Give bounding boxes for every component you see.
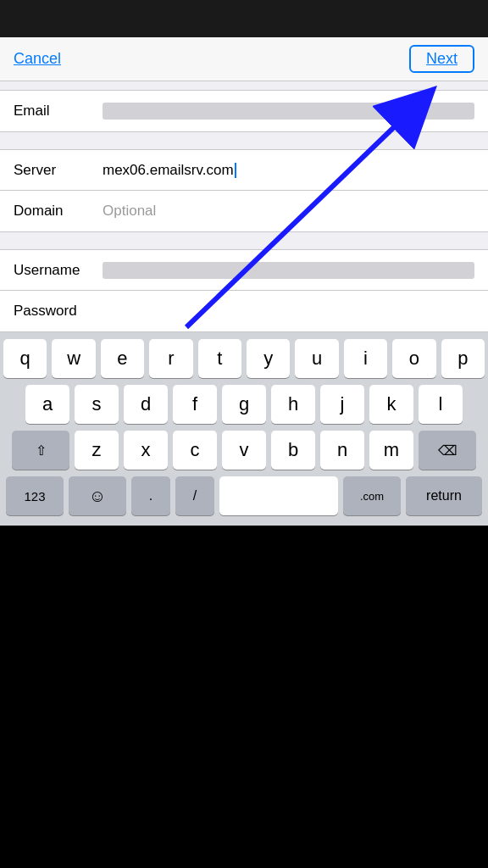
server-row: Server mex06.emailsrv.com (0, 150, 488, 191)
keyboard: q w e r t y u i o p a s d f g h j k l ⇧ … (0, 332, 488, 526)
key-i[interactable]: i (344, 339, 387, 378)
email-group: Email (0, 90, 488, 132)
key-k[interactable]: k (369, 385, 413, 424)
form-section: Email Server mex06.emailsrv.com Domain O… (0, 81, 488, 332)
cancel-button[interactable]: Cancel (14, 50, 61, 68)
keyboard-row-2: a s d f g h j k l (3, 385, 485, 424)
dotcom-key[interactable]: .com (343, 476, 401, 515)
password-row: Password (0, 291, 488, 331)
key-v[interactable]: v (222, 431, 266, 470)
space-key[interactable] (219, 476, 338, 515)
slash-key[interactable]: / (175, 476, 214, 515)
emoji-key[interactable]: ☺ (69, 476, 126, 515)
status-bar (0, 0, 488, 37)
key-f[interactable]: f (173, 385, 217, 424)
key-t[interactable]: t (198, 339, 241, 378)
backspace-key[interactable]: ⌫ (419, 431, 476, 470)
domain-row: Domain Optional (0, 191, 488, 231)
return-key[interactable]: return (406, 476, 482, 515)
key-l[interactable]: l (419, 385, 463, 424)
key-p[interactable]: p (441, 339, 485, 378)
cursor (235, 163, 236, 178)
key-y[interactable]: y (247, 339, 290, 378)
username-password-group: Username Password (0, 249, 488, 332)
numbers-key[interactable]: 123 (6, 476, 64, 515)
key-e[interactable]: e (101, 339, 144, 378)
keyboard-row-1: q w e r t y u i o p (3, 339, 485, 378)
server-domain-group: Server mex06.emailsrv.com Domain Optiona… (0, 149, 488, 232)
next-button[interactable]: Next (409, 45, 474, 73)
key-a[interactable]: a (25, 385, 69, 424)
email-label: Email (14, 103, 103, 120)
key-r[interactable]: r (149, 339, 192, 378)
key-w[interactable]: w (52, 339, 95, 378)
modal-container: Cancel Next Email Server (0, 37, 488, 332)
shift-key[interactable]: ⇧ (12, 431, 69, 470)
keyboard-row-3: ⇧ z x c v b n m ⌫ (3, 431, 485, 470)
period-key[interactable]: . (131, 476, 170, 515)
domain-input[interactable]: Optional (103, 203, 474, 220)
keyboard-row-4: 123 ☺ . / .com return (3, 476, 485, 515)
domain-label: Domain (14, 203, 103, 220)
key-u[interactable]: u (295, 339, 338, 378)
key-z[interactable]: z (75, 431, 119, 470)
key-q[interactable]: q (3, 339, 47, 378)
username-row: Username (0, 250, 488, 291)
key-o[interactable]: o (392, 339, 435, 378)
key-x[interactable]: x (124, 431, 168, 470)
key-m[interactable]: m (369, 431, 413, 470)
password-label: Password (14, 303, 103, 320)
server-value: mex06.emailsrv.com (103, 162, 234, 178)
username-label: Username (14, 262, 103, 279)
key-s[interactable]: s (75, 385, 119, 424)
key-d[interactable]: d (124, 385, 168, 424)
separator-2 (0, 232, 488, 249)
email-value-blurred[interactable] (103, 103, 474, 120)
server-input[interactable]: mex06.emailsrv.com (103, 162, 474, 179)
key-g[interactable]: g (222, 385, 266, 424)
key-b[interactable]: b (271, 431, 315, 470)
key-j[interactable]: j (320, 385, 364, 424)
key-h[interactable]: h (271, 385, 315, 424)
key-n[interactable]: n (320, 431, 364, 470)
email-row: Email (0, 91, 488, 131)
server-label: Server (14, 162, 103, 179)
separator-1 (0, 132, 488, 149)
key-c[interactable]: c (173, 431, 217, 470)
nav-bar: Cancel Next (0, 37, 488, 81)
username-value-blurred[interactable] (103, 262, 474, 279)
